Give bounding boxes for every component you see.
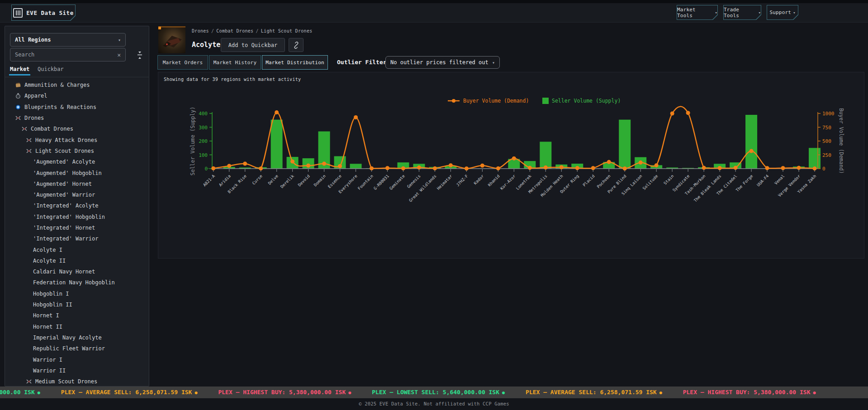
chevron-down-icon: ▾ — [793, 10, 795, 15]
sidebar-item-augmented-acolyte[interactable]: 'Augmented' Acolyte — [5, 156, 149, 167]
apparel-icon — [15, 93, 21, 99]
market-tools-menu-button[interactable]: Market Tools▾ — [677, 5, 718, 20]
sidebar-item-combat-drones[interactable]: Combat Drones — [5, 123, 149, 134]
sidebar-item-label: 'Integrated' Hornet — [33, 225, 95, 231]
sidebar-item-hobgoblin-ii[interactable]: Hobgoblin II — [5, 299, 149, 310]
collapse-all-button[interactable] — [134, 50, 145, 61]
supply-bar-everyshore — [350, 164, 362, 169]
market-distribution-panel: Showing data for 39 regions with market … — [158, 72, 864, 259]
supply-bar-yasna-zakh — [809, 148, 821, 169]
sidebar-item-augmented-warrior[interactable]: 'Augmented' Warrior — [5, 189, 149, 200]
tab-quickbar[interactable]: Quickbar — [38, 66, 64, 72]
ticker-segment: PLEX — HIGHEST BUY: 5,380,000.00 ISK ● — [218, 389, 351, 396]
plex-price-ticker[interactable]: PLEX — LOWEST SELL: 5,640,000.00 ISK ●PL… — [0, 386, 868, 398]
x-axis-label-fountain: Fountain — [357, 174, 374, 191]
sidebar-item-hornet-ii[interactable]: Hornet II — [5, 321, 149, 332]
copy-link-button[interactable] — [289, 38, 304, 52]
support-menu-button[interactable]: Support▾ — [767, 5, 798, 20]
supply-bar-metropolis — [540, 142, 551, 169]
left-axis-tick-label: 0 — [204, 166, 208, 172]
demand-point-tash-murkon — [702, 166, 706, 170]
breadcrumb-light-scout-drones[interactable]: Light Scout Drones — [261, 28, 313, 33]
sidebar-item-label: 'Integrated' Hobgoblin — [33, 214, 105, 220]
sidebar-item-augmented-hornet[interactable]: 'Augmented' Hornet — [5, 179, 149, 189]
sidebar-item-heavy-attack-drones[interactable]: Heavy Attack Drones — [5, 134, 149, 145]
ticker-track: PLEX — LOWEST SELL: 5,640,000.00 ISK ●PL… — [0, 389, 816, 396]
market-distribution-chart: 0100200300400Seller Volume (Supply)02505… — [158, 72, 865, 259]
sidebar-item-augmented-hobgoblin[interactable]: 'Augmented' Hobgoblin — [5, 167, 149, 178]
demand-point-the-bleak-lands — [718, 166, 722, 170]
search-clear-icon[interactable]: ✕ — [117, 52, 121, 58]
breadcrumb-combat-drones[interactable]: Combat Drones — [216, 28, 253, 33]
sidebar-item-integrated-hobgoblin[interactable]: 'Integrated' Hobgoblin — [5, 212, 149, 222]
sidebar-item-drones[interactable]: Drones — [5, 113, 149, 123]
sidebar-item-acolyte-i[interactable]: Acolyte I — [5, 244, 149, 255]
ticker-segment: PLEX — HIGHEST BUY: 5,380,000.00 ISK ● — [683, 389, 816, 396]
x-axis-label-devoid: Devoid — [297, 174, 311, 187]
tab-market[interactable]: Market — [10, 66, 29, 72]
breadcrumb: Drones/Combat Drones/Light Scout Drones — [192, 28, 313, 33]
demand-point-devoid — [306, 164, 310, 168]
sidebar-item-label: 'Integrated' Acolyte — [33, 203, 99, 209]
x-axis-label-g-r00031: G-R00031 — [373, 174, 390, 191]
demand-point-venal — [781, 166, 785, 170]
left-axis-tick-label: 400 — [199, 111, 208, 117]
sidebar-item-hobgoblin-i[interactable]: Hobgoblin I — [5, 288, 149, 299]
x-axis-label-pochven: Pochven — [596, 174, 612, 189]
outlier-filter-select[interactable]: No outlier prices filtered out ▾ — [385, 56, 500, 69]
ticker-bullet: ● — [192, 390, 197, 395]
region-filter-select[interactable]: All Regions ▾ — [10, 33, 126, 47]
sidebar-item-label: 'Integrated' Warrior — [33, 236, 99, 242]
tab-market-history[interactable]: Market History — [209, 55, 261, 70]
sidebar-item-label: 'Augmented' Acolyte — [33, 159, 95, 165]
sidebar-search-box: ✕ — [10, 48, 126, 61]
sidebar-item-warrior-ii[interactable]: Warrior II — [5, 365, 149, 376]
sidebar-item-label: Blueprints & Reactions — [24, 104, 96, 110]
legend-buyer-volume: Buyer Volume (Demand) — [463, 98, 529, 104]
drone-icon — [15, 115, 21, 121]
sidebar-item-hornet-i[interactable]: Hornet I — [5, 310, 149, 321]
sidebar-item-caldari-navy-hornet[interactable]: Caldari Navy Hornet — [5, 266, 149, 277]
sidebar-item-integrated-hornet[interactable]: 'Integrated' Hornet — [5, 222, 149, 233]
sidebar-item-integrated-acolyte[interactable]: 'Integrated' Acolyte — [5, 200, 149, 211]
tab-market-orders[interactable]: Market Orders — [157, 55, 208, 70]
demand-point-placid — [591, 166, 595, 170]
x-axis-label-domain: Domain — [313, 174, 327, 187]
sidebar-item-label: Drones — [24, 115, 44, 121]
sidebar-item-republic-fleet-warrior[interactable]: Republic Fleet Warrior — [5, 343, 149, 354]
sidebar-item-label: Warrior II — [33, 368, 66, 374]
x-axis-label-solitude: Solitude — [642, 174, 659, 191]
sidebar-item-imperial-navy-acolyte[interactable]: Imperial Navy Acolyte — [5, 332, 149, 343]
search-input[interactable] — [15, 52, 117, 58]
sidebar-item-label: Caldari Navy Hornet — [33, 269, 95, 275]
add-to-quickbar-button[interactable]: Add to Quickbar — [221, 38, 285, 52]
sidebar-item-integrated-warrior[interactable]: 'Integrated' Warrior — [5, 233, 149, 244]
tab-market-distribution[interactable]: Market Distribution — [262, 55, 328, 70]
legend-seller-volume: Seller Volume (Supply) — [552, 98, 621, 104]
ammo-icon — [15, 82, 21, 88]
supply-bar-pure-blind — [619, 120, 631, 169]
sidebar-item-label: Hornet I — [33, 312, 59, 319]
sidebar-item-light-scout-drones[interactable]: Light Scout Drones — [5, 146, 149, 156]
site-logo[interactable]: EVE Data Site — [11, 5, 76, 21]
sidebar-item-ammunition-charges[interactable]: Ammunition & Charges — [5, 80, 149, 90]
trade-tools-menu-button[interactable]: Trade Tools▾ — [723, 5, 761, 20]
thumbnail-corner-marker — [158, 27, 161, 29]
demand-point-genesis — [417, 165, 421, 170]
footer-copyright: © 2025 EVE Data Site. Not affiliated wit… — [0, 401, 868, 406]
market-tools-label: Market Tools — [677, 7, 713, 19]
sidebar-item-label: Medium Scout Drones — [35, 378, 97, 385]
demand-point-molden-heath — [560, 165, 564, 169]
window-top-strip — [0, 0, 868, 3]
sidebar-item-acolyte-ii[interactable]: Acolyte II — [5, 255, 149, 266]
ticker-bullet: ● — [499, 390, 505, 395]
sidebar-item-federation-navy-hobgoblin[interactable]: Federation Navy Hobgoblin — [5, 277, 149, 288]
drone-icon — [26, 378, 32, 385]
sidebar-item-blueprints-reactions[interactable]: Blueprints & Reactions — [5, 102, 149, 113]
sidebar-item-warrior-i[interactable]: Warrior I — [5, 354, 149, 365]
sidebar-item-medium-scout-drones[interactable]: Medium Scout Drones — [5, 376, 149, 385]
sidebar-item-label: 'Augmented' Warrior — [33, 192, 95, 198]
right-axis-title: Buyer Volume (Demand) — [838, 108, 844, 174]
sidebar-item-apparel[interactable]: Apparel — [5, 90, 149, 101]
breadcrumb-drones[interactable]: Drones — [192, 28, 209, 33]
